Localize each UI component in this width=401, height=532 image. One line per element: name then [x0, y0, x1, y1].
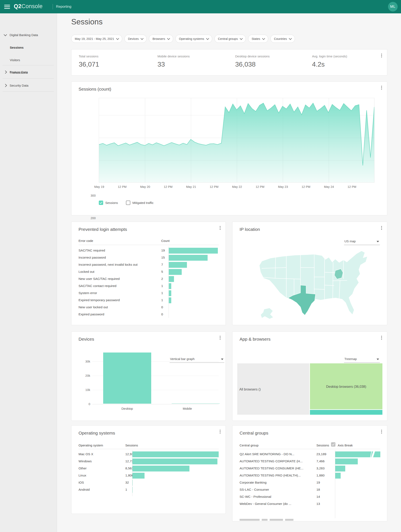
date-range-filter[interactable]: May 19, 2021 - May 25, 2021	[71, 35, 122, 43]
panel-title: Devices	[78, 337, 94, 342]
devices-filter[interactable]: Devices	[124, 35, 147, 43]
kpi-value: 36,038	[235, 61, 270, 68]
bar	[335, 473, 341, 479]
y-tick: 300	[86, 194, 96, 197]
x-tick: May 19	[92, 185, 107, 189]
sidebar-group-digital-banking-data[interactable]: Digital Banking Data	[0, 31, 57, 38]
central-groups-panel: Central groups Central group Sessions Ax…	[232, 425, 387, 521]
axis-break-marker	[371, 451, 375, 458]
bar-desktop	[103, 353, 151, 404]
category-label: Mobile	[171, 407, 204, 410]
x-tick: 12 PM	[207, 185, 221, 189]
kebab-menu-icon[interactable]	[380, 429, 384, 435]
kpi-avg-login-time: Avg. login time (seconds) 4.2s	[312, 54, 347, 68]
bar-mobile	[172, 403, 220, 404]
map-view-select[interactable]: US map	[344, 239, 380, 245]
sidebar-divider	[2, 78, 54, 79]
kebab-menu-icon[interactable]	[218, 336, 222, 341]
kebab-menu-icon[interactable]	[380, 226, 384, 231]
kebab-menu-icon[interactable]	[380, 85, 384, 91]
filter-label: Central groups	[218, 37, 238, 40]
sidebar-item-visitors[interactable]: Visitors	[0, 57, 57, 63]
x-tick: May 20	[138, 185, 152, 189]
kpi-label: Desktop device sessions	[235, 54, 270, 58]
y-tick: 30k	[79, 360, 90, 363]
filter-label: Devices	[128, 37, 139, 40]
bar	[169, 283, 171, 289]
kpi-label: Avg. login time (seconds)	[312, 54, 347, 58]
x-tick: May 24	[322, 185, 336, 189]
browsers-filter[interactable]: Browsers	[149, 35, 173, 43]
bar	[169, 276, 174, 282]
bar	[132, 480, 133, 486]
y-tick: 0	[79, 402, 90, 406]
panel-title: Operating systems	[78, 431, 115, 436]
avatar[interactable]: ML	[388, 2, 398, 12]
kpi-desktop-sessions: Desktop device sessions 36,038	[235, 54, 270, 68]
bar	[335, 451, 380, 457]
sidebar-group-label: Security Data	[10, 84, 28, 87]
bar	[169, 298, 171, 303]
checkbox-checked-icon[interactable]	[99, 201, 103, 205]
header-section-label: Reporting	[56, 5, 71, 9]
hamburger-menu-icon[interactable]	[4, 5, 10, 9]
legend-sessions[interactable]: Sessions	[99, 201, 118, 205]
bar	[132, 487, 133, 493]
app-logo: Q2Console	[14, 3, 43, 10]
sidebar-group-label: Digital Banking Data	[10, 33, 38, 37]
x-tick: 12 PM	[345, 185, 359, 189]
alaska	[260, 308, 273, 319]
sidebar-group-security-data[interactable]: Security Data	[0, 82, 57, 89]
kebab-menu-icon[interactable]	[218, 429, 222, 435]
logo-q2: Q2	[14, 3, 21, 9]
bar	[335, 459, 358, 464]
category-label: Desktop	[110, 407, 144, 410]
states-filter[interactable]: States	[248, 35, 268, 43]
y-tick: 200	[86, 216, 96, 220]
chevron-down-icon	[289, 37, 292, 40]
bar	[169, 248, 218, 253]
filter-bar: May 19, 2021 - May 25, 2021 Devices Brow…	[71, 35, 295, 43]
sessions-area-svg	[99, 98, 374, 182]
ip-location-panel: IP location US map	[232, 222, 387, 325]
y-tick: 10k	[79, 388, 90, 392]
app-browsers-panel: App & browsers Treemap All browsers () D…	[232, 331, 387, 421]
x-tick: 12 PM	[253, 185, 267, 189]
app-root: Q2Console Reporting ML Digital Banking D…	[0, 0, 401, 532]
axis-break-checkbox[interactable]	[331, 442, 336, 447]
kpi-card: Total sessions 36,071 Mobile device sess…	[71, 49, 387, 76]
logo-console: Console	[21, 3, 43, 9]
chevron-down-icon	[167, 37, 170, 40]
bar	[132, 473, 144, 479]
kebab-menu-icon[interactable]	[380, 336, 384, 341]
sidebar-item-label: Visitors	[10, 58, 20, 62]
sidebar-item-sessions[interactable]: Sessions	[0, 44, 57, 51]
treemap-label: All browsers ()	[239, 387, 261, 391]
chevron-right-icon	[4, 84, 7, 87]
appbrowsers-view-select[interactable]: Treemap	[344, 356, 380, 363]
dropdown-arrow-icon	[376, 359, 379, 360]
operating-systems-filter[interactable]: Operating systems	[175, 35, 212, 43]
header-rule	[78, 245, 219, 245]
kebab-menu-icon[interactable]	[218, 226, 222, 231]
central-groups-filter[interactable]: Central groups	[214, 35, 246, 43]
column-header: Sessions	[125, 443, 138, 447]
x-tick: 12 PM	[161, 185, 175, 189]
x-tick: May 22	[230, 185, 244, 189]
countries-filter[interactable]: Countries	[271, 35, 295, 43]
devices-view-select[interactable]: Vertical bar graph	[170, 356, 224, 363]
bar	[132, 451, 219, 457]
us-map[interactable]	[238, 247, 382, 322]
sidebar-group-feature-data[interactable]: Feature Data	[0, 69, 57, 76]
kebab-menu-icon[interactable]	[380, 53, 384, 59]
checkbox-unchecked-icon[interactable]	[126, 201, 130, 205]
x-tick: 12 PM	[115, 185, 129, 189]
x-tick: May 21	[184, 185, 198, 189]
panel-title: Sessions (count)	[78, 87, 111, 92]
treemap-small-segment[interactable]	[310, 410, 382, 415]
x-tick: May 23	[276, 185, 290, 189]
bar	[132, 466, 189, 471]
legend-mitigated-traffic[interactable]: Mitigated traffic	[126, 201, 154, 205]
baseline	[92, 404, 219, 404]
kpi-mobile-sessions: Mobile device sessions 33	[157, 54, 190, 68]
